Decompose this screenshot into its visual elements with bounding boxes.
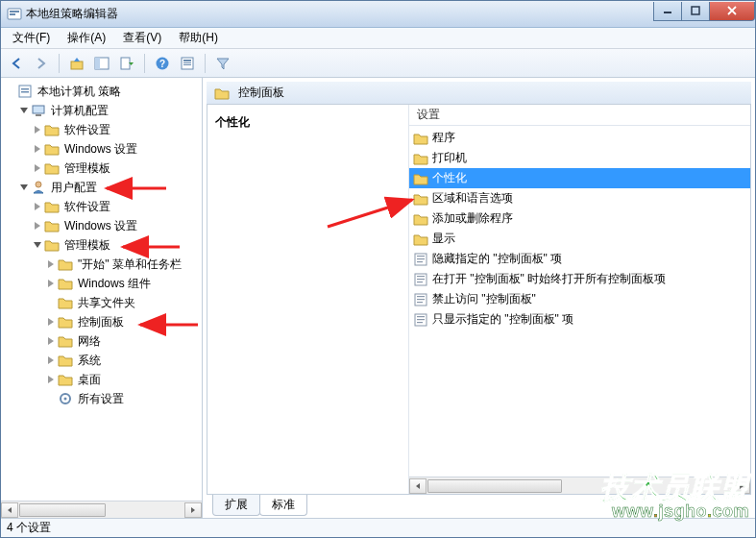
expand-icon[interactable] [32, 220, 43, 232]
svg-rect-3 [664, 12, 671, 13]
folder-icon [44, 237, 60, 253]
tree-computer-config[interactable]: 计算机配置 [3, 101, 202, 120]
tree-shared-folders[interactable]: 共享文件夹 [3, 293, 202, 312]
expand-icon[interactable] [45, 278, 57, 289]
menu-action[interactable]: 操作(A) [60, 28, 113, 48]
scroll-track[interactable] [18, 502, 184, 518]
show-hide-tree-button[interactable] [90, 52, 113, 75]
list-item-label: 个性化 [432, 170, 467, 186]
list-item[interactable]: 程序 [409, 128, 750, 148]
toolbar-separator [59, 54, 60, 73]
svg-rect-4 [692, 7, 699, 14]
scroll-right-icon[interactable] [184, 502, 202, 518]
up-button[interactable] [65, 52, 88, 75]
folder-icon [44, 199, 60, 214]
forward-button[interactable] [30, 52, 53, 75]
list-item[interactable]: 只显示指定的 "控制面板" 项 [409, 309, 750, 330]
folder-icon [44, 160, 60, 176]
svg-rect-7 [95, 58, 100, 69]
folder-icon [58, 333, 73, 349]
expand-icon[interactable] [32, 124, 43, 135]
list-hscrollbar[interactable] [409, 477, 750, 494]
collapse-icon[interactable] [18, 105, 30, 116]
svg-rect-17 [21, 91, 29, 93]
folder-icon [413, 171, 428, 186]
menu-file[interactable]: 文件(F) [5, 28, 58, 48]
expand-icon[interactable] [45, 316, 57, 328]
expand-icon[interactable] [32, 201, 43, 212]
close-button[interactable] [709, 2, 755, 21]
scroll-left-icon[interactable] [1, 502, 18, 518]
list-item[interactable]: 在打开 "控制面板" 时始终打开所有控制面板项 [409, 269, 750, 289]
tree-root[interactable]: 本地计算机 策略 [3, 82, 202, 101]
folder-icon [44, 122, 60, 137]
titlebar: 本地组策略编辑器 [1, 1, 755, 28]
tree[interactable]: 本地计算机 策略 计算机配置 软件设置 Windows 设置 [1, 78, 202, 501]
folder-icon [58, 295, 73, 310]
filter-button[interactable] [211, 52, 234, 75]
expand-icon[interactable] [45, 258, 57, 270]
menu-view[interactable]: 查看(V) [115, 28, 169, 48]
content-pane: 控制面板 个性化 设置 程序打印机个性化区域和语言选项添加或删除程序显示隐藏指定… [203, 78, 755, 518]
collapse-icon[interactable] [18, 182, 30, 193]
svg-rect-2 [10, 13, 15, 15]
tree-cc-windows[interactable]: Windows 设置 [3, 139, 202, 159]
folder-icon [58, 353, 73, 368]
settings-list[interactable]: 程序打印机个性化区域和语言选项添加或删除程序显示隐藏指定的 "控制面板" 项在打… [409, 126, 750, 477]
tree-cc-software[interactable]: 软件设置 [3, 120, 202, 139]
maximize-button[interactable] [681, 2, 710, 21]
list-item[interactable]: 显示 [409, 229, 750, 249]
tree-hscrollbar[interactable] [1, 501, 202, 518]
tree-pane: 本地计算机 策略 计算机配置 软件设置 Windows 设置 [1, 78, 203, 518]
tree-control-panel[interactable]: 控制面板 [3, 312, 202, 331]
tree-cc-admin[interactable]: 管理模板 [3, 159, 202, 178]
tree-windows-components[interactable]: Windows 组件 [3, 274, 202, 293]
list-item[interactable]: 添加或删除程序 [409, 208, 750, 229]
tree-label: 软件设置 [62, 198, 112, 216]
tree-network[interactable]: 网络 [3, 331, 202, 351]
tree-label: 控制面板 [76, 313, 126, 331]
list-item[interactable]: 禁止访问 "控制面板" [409, 289, 750, 309]
tree-user-config[interactable]: 用户配置 [3, 178, 202, 197]
svg-rect-8 [121, 58, 130, 69]
expand-icon[interactable] [32, 143, 43, 155]
expand-icon[interactable] [32, 162, 43, 174]
help-button[interactable]: ? [151, 52, 174, 75]
tab-extended[interactable]: 扩展 [212, 495, 260, 516]
tree-uc-software[interactable]: 软件设置 [3, 197, 202, 216]
list-item[interactable]: 打印机 [409, 148, 750, 168]
tree-label: Windows 设置 [62, 140, 139, 159]
tab-standard[interactable]: 标准 [259, 495, 307, 516]
tree-start-taskbar[interactable]: "开始" 菜单和任务栏 [3, 255, 202, 274]
tree-desktop[interactable]: 桌面 [3, 370, 202, 389]
minimize-button[interactable] [653, 2, 682, 21]
scroll-thumb[interactable] [427, 479, 562, 493]
tree-system[interactable]: 系统 [3, 351, 202, 370]
svg-rect-26 [417, 261, 423, 262]
scroll-right-icon[interactable] [733, 478, 750, 494]
properties-button[interactable] [176, 52, 199, 75]
back-button[interactable] [5, 52, 28, 75]
folder-icon [413, 232, 428, 247]
export-list-button[interactable] [115, 52, 138, 75]
expand-icon[interactable] [45, 355, 57, 366]
list-column-header[interactable]: 设置 [409, 105, 750, 126]
tree-label: Windows 组件 [76, 275, 153, 293]
policy-icon [17, 84, 33, 99]
menu-help[interactable]: 帮助(H) [171, 28, 226, 48]
expand-icon[interactable] [5, 86, 16, 97]
list-item[interactable]: 个性化 [409, 168, 750, 188]
scroll-track[interactable] [427, 478, 733, 494]
expand-icon[interactable] [45, 374, 57, 385]
scroll-left-icon[interactable] [409, 478, 427, 494]
expand-icon[interactable] [45, 335, 57, 347]
list-item[interactable]: 隐藏指定的 "控制面板" 项 [409, 249, 750, 269]
list-item[interactable]: 区域和语言选项 [409, 188, 750, 208]
folder-icon [413, 131, 428, 146]
collapse-icon[interactable] [32, 239, 43, 251]
svg-point-20 [36, 182, 41, 187]
tree-uc-windows[interactable]: Windows 设置 [3, 216, 202, 235]
tree-all-settings[interactable]: 所有设置 [3, 389, 202, 408]
scroll-thumb[interactable] [19, 503, 106, 517]
tree-uc-admin[interactable]: 管理模板 [3, 235, 202, 255]
